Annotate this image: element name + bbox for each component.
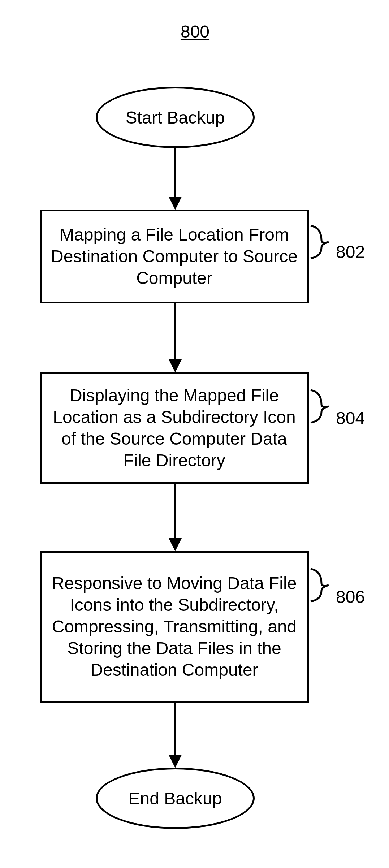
arrow-2-head	[169, 359, 182, 372]
arrow-3-line	[174, 484, 176, 540]
step-1-brace	[309, 224, 330, 260]
step-1-number: 802	[336, 242, 365, 262]
flowchart-canvas: 800 Start Backup Mapping a File Location…	[0, 0, 389, 868]
step-2-text: Displaying the Mapped File Location as a…	[49, 385, 300, 471]
end-label: End Backup	[129, 789, 222, 808]
arrow-3-head	[169, 538, 182, 551]
arrow-1-line	[174, 148, 176, 199]
step-2-box: Displaying the Mapped File Location as a…	[40, 372, 309, 484]
arrow-1-head	[169, 197, 182, 210]
step-3-box: Responsive to Moving Data File Icons int…	[40, 551, 309, 703]
step-1-text: Mapping a File Location From Destination…	[49, 224, 300, 289]
step-3-number: 806	[336, 587, 365, 607]
step-2-number: 804	[336, 408, 365, 428]
arrow-4-line	[174, 703, 176, 757]
end-node: End Backup	[96, 768, 255, 829]
arrow-2-line	[174, 303, 176, 361]
arrow-4-head	[169, 755, 182, 768]
step-2-brace	[309, 388, 330, 424]
start-node: Start Backup	[96, 87, 255, 148]
figure-number: 800	[173, 22, 217, 42]
start-label: Start Backup	[126, 108, 225, 128]
step-1-box: Mapping a File Location From Destination…	[40, 210, 309, 303]
step-3-text: Responsive to Moving Data File Icons int…	[49, 573, 300, 681]
step-3-brace	[309, 567, 330, 603]
